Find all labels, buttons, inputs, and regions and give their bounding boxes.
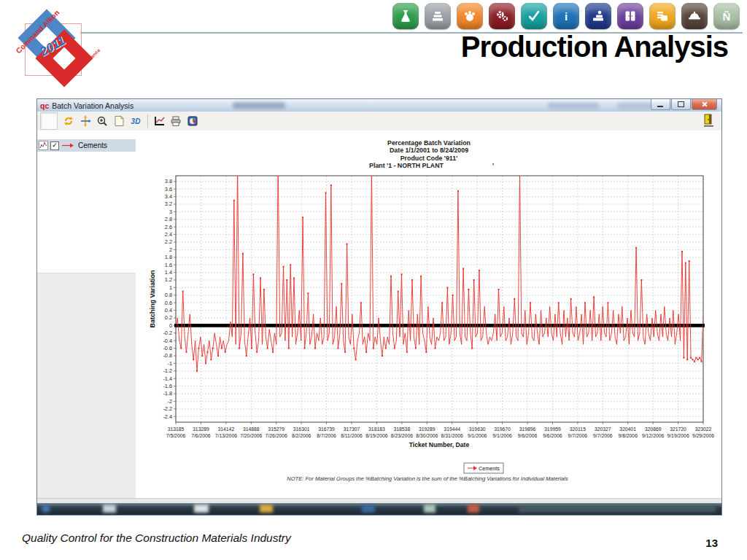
person-desk-icon[interactable] (585, 3, 611, 29)
svg-text:9/6/2006: 9/6/2006 (543, 433, 562, 438)
svg-text:320869: 320869 (645, 427, 662, 432)
zoom-icon[interactable] (94, 113, 110, 129)
svg-text:9/1/2006: 9/1/2006 (492, 433, 512, 438)
taskbar-app-blur (468, 505, 479, 513)
svg-text:318538: 318538 (394, 427, 411, 432)
report-page-icon[interactable] (111, 113, 127, 129)
series-checkbox[interactable]: ✓ (50, 141, 59, 150)
print-icon[interactable] (168, 113, 184, 129)
svg-text:7/5/2006: 7/5/2006 (166, 433, 186, 438)
taskbar-app-blur (362, 505, 375, 513)
svg-text:9/1/2006: 9/1/2006 (468, 433, 487, 438)
image-export-icon[interactable] (185, 113, 201, 129)
svg-text:2.8: 2.8 (165, 216, 172, 222)
stacked-cards-icon[interactable] (649, 3, 676, 29)
svg-text:9/6/2006: 9/6/2006 (518, 433, 538, 438)
svg-text:2.2: 2.2 (165, 238, 172, 245)
svg-text:316301: 316301 (293, 427, 310, 432)
svg-text:319896: 319896 (519, 427, 536, 432)
window-controls (650, 99, 717, 110)
taskbar-tray-blur (519, 505, 716, 513)
svg-text:-0.6: -0.6 (163, 345, 172, 351)
svg-text:-2: -2 (168, 398, 173, 405)
chart-area: 3.83.63.43.232.82.62.42.221.81.61.41.210… (136, 131, 721, 498)
svg-text:8/19/2006: 8/19/2006 (365, 433, 387, 438)
pan-arrows-icon[interactable] (77, 113, 93, 129)
exit-door-icon[interactable] (702, 113, 715, 128)
svg-text:0.8: 0.8 (165, 292, 172, 298)
svg-text:9/7/2006: 9/7/2006 (593, 433, 613, 438)
chart-tool-icon[interactable] (151, 113, 167, 129)
svg-text:-2.2: -2.2 (163, 405, 172, 412)
svg-text:316739: 316739 (318, 427, 335, 432)
svg-text:-1.2: -1.2 (163, 368, 172, 374)
window-toolbar: 3D (37, 112, 721, 131)
maximize-button[interactable] (671, 99, 691, 110)
svg-text:3.6: 3.6 (165, 186, 172, 192)
page-title: Production Analysis (461, 31, 728, 63)
svg-text:Cements: Cements (479, 465, 500, 472)
svg-text:1: 1 (169, 284, 172, 291)
svg-text:317307: 317307 (344, 427, 360, 432)
svg-text:319289: 319289 (419, 427, 436, 432)
svg-text:8/23/2006: 8/23/2006 (391, 433, 413, 438)
svg-text:319630: 319630 (469, 427, 486, 432)
svg-text:0: 0 (169, 322, 172, 329)
mini-chart-icon (39, 141, 48, 150)
refresh-icon[interactable] (61, 113, 77, 129)
flask-icon[interactable] (392, 3, 419, 29)
series-panel: ✓ Cements (37, 131, 136, 498)
chart-svg: 3.83.63.43.232.82.62.42.221.81.61.41.210… (136, 131, 719, 498)
svg-text:NOTE: For Material Groups the: NOTE: For Material Groups the %Batching … (287, 475, 568, 482)
layers-icon[interactable] (425, 3, 451, 29)
svg-text:-1.4: -1.4 (163, 376, 172, 382)
svg-text:-1.8: -1.8 (163, 390, 172, 397)
svg-text:1.4: 1.4 (165, 269, 172, 276)
svg-text:Batching Variation: Batching Variation (149, 270, 156, 327)
series-marker-icon (61, 142, 76, 149)
window-titlebar[interactable]: qc Batch Variation Analysis (37, 99, 721, 112)
toolbar-separator (147, 114, 148, 128)
svg-text:315279: 315279 (268, 427, 285, 432)
svg-text:3: 3 (169, 209, 172, 215)
svg-text:1.6: 1.6 (165, 262, 172, 268)
svg-text:1.2: 1.2 (165, 276, 172, 283)
page-number: 13 (705, 537, 718, 549)
svg-text:8/2/2006: 8/2/2006 (292, 433, 311, 438)
letter-n-icon[interactable]: Ñ (713, 3, 740, 29)
gears-icon[interactable] (489, 3, 515, 29)
doors-icon[interactable] (617, 3, 643, 29)
svg-text:-2.4: -2.4 (163, 413, 172, 420)
svg-text:0.6: 0.6 (165, 300, 172, 306)
svg-text:319444: 319444 (444, 427, 460, 432)
info-icon[interactable]: i (553, 3, 579, 29)
taskbar-app-blur (194, 505, 209, 513)
svg-text:3.8: 3.8 (165, 178, 172, 184)
blank-tool-button[interactable] (40, 112, 58, 130)
svg-text:320327: 320327 (595, 427, 611, 432)
svg-text:8/11/2006: 8/11/2006 (341, 433, 363, 438)
taskbar-app-blur (424, 505, 436, 513)
svg-text:Product Code '911': Product Code '911' (400, 155, 458, 162)
svg-text:3.4: 3.4 (165, 193, 172, 200)
svg-text:9/29/2006: 9/29/2006 (692, 433, 714, 438)
series-row-cements[interactable]: ✓ Cements (37, 139, 136, 152)
svg-text:0.2: 0.2 (165, 314, 172, 321)
paw-icon[interactable] (457, 3, 483, 29)
taskbar-app-blur (260, 505, 273, 513)
hard-hat-icon[interactable] (681, 3, 708, 29)
svg-text:323022: 323022 (695, 427, 712, 432)
3d-view-icon[interactable]: 3D (128, 113, 144, 129)
svg-text:-0.4: -0.4 (163, 338, 172, 344)
minimize-button[interactable] (651, 99, 670, 110)
svg-text:7/26/2006: 7/26/2006 (266, 433, 287, 438)
svg-text:318183: 318183 (368, 427, 385, 432)
svg-text:-0.2: -0.2 (163, 330, 172, 336)
svg-text:313289: 313289 (193, 427, 209, 432)
svg-text:7/13/2006: 7/13/2006 (215, 433, 237, 438)
svg-text:8/31/2006: 8/31/2006 (441, 433, 463, 438)
checkmark-icon[interactable] (521, 3, 547, 29)
svg-text:': ' (492, 162, 494, 169)
close-button[interactable] (692, 99, 717, 110)
batch-variation-window: qc Batch Variation Analysis 3D (36, 98, 722, 516)
